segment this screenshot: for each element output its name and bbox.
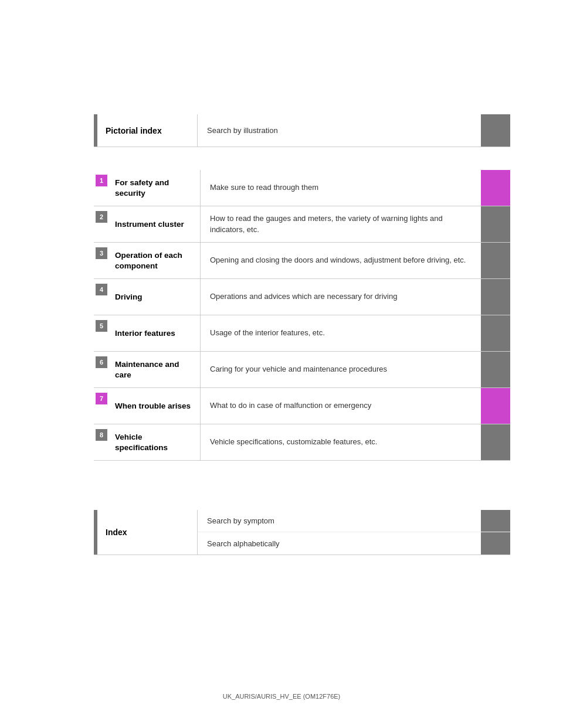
chapter-num-box-1: 1 xyxy=(96,175,107,186)
index-section: Index Search by symptom Search alphabeti… xyxy=(94,510,510,555)
chapter-color-box-2 xyxy=(481,206,510,242)
chapter-title-8: Vehicle specifications xyxy=(109,424,200,460)
chapter-num-box-6: 6 xyxy=(96,356,107,368)
chapter-title-5: Interior features xyxy=(109,315,200,351)
pictorial-row[interactable]: Pictorial index Search by illustration xyxy=(94,114,510,147)
index-outer-row: Index Search by symptom Search alphabeti… xyxy=(94,510,510,555)
chapter-row-3[interactable]: 3 Operation of each component Opening an… xyxy=(94,243,510,279)
index-sub-desc-2: Search alphabetically xyxy=(198,532,481,554)
chapter-row-2[interactable]: 2 Instrument cluster How to read the gau… xyxy=(94,206,510,243)
chapter-title-1: For safety and security xyxy=(109,170,200,206)
chapter-desc-1: Make sure to read through them xyxy=(201,170,481,206)
page-wrapper: Pictorial index Search by illustration 1… xyxy=(0,0,563,728)
chapter-num-box-8: 8 xyxy=(96,429,107,441)
chapter-desc-2: How to read the gauges and meters, the v… xyxy=(201,206,481,242)
chapter-desc-8: Vehicle specifications, customizable fea… xyxy=(201,424,481,460)
index-sub-row-2[interactable]: Search alphabetically xyxy=(198,532,510,554)
chapter-number-cell-3: 3 xyxy=(94,243,109,278)
index-label-cell: Index xyxy=(97,510,197,554)
chapter-row-6[interactable]: 6 Maintenance and care Caring for your v… xyxy=(94,352,510,388)
chapter-color-box-6 xyxy=(481,352,510,387)
chapter-num-box-2: 2 xyxy=(96,211,107,223)
chapter-number-cell-8: 8 xyxy=(94,424,109,460)
chapter-row-4[interactable]: 4 Driving Operations and advices which a… xyxy=(94,279,510,315)
chapter-color-box-1 xyxy=(481,170,510,206)
chapter-row-8[interactable]: 8 Vehicle specifications Vehicle specifi… xyxy=(94,424,510,461)
pictorial-label: Pictorial index xyxy=(106,126,162,135)
chapter-color-box-8 xyxy=(481,424,510,460)
chapter-number-cell-4: 4 xyxy=(94,279,109,315)
chapter-row-1[interactable]: 1 For safety and security Make sure to r… xyxy=(94,170,510,206)
index-label: Index xyxy=(106,528,127,537)
chapter-color-box-7 xyxy=(481,388,510,424)
chapter-desc-6: Caring for your vehicle and maintenance … xyxy=(201,352,481,387)
chapter-title-7: When trouble arises xyxy=(109,388,200,424)
index-sub-desc-1: Search by symptom xyxy=(198,510,481,532)
chapter-desc-5: Usage of the interior features, etc. xyxy=(201,315,481,351)
chapter-title-3: Operation of each component xyxy=(109,243,200,278)
chapter-num-box-3: 3 xyxy=(96,247,107,259)
footer-text: UK_AURIS/AURIS_HV_EE (OM12F76E) xyxy=(0,693,563,700)
pictorial-description: Search by illustration xyxy=(198,114,481,147)
chapter-desc-4: Operations and advices which are necessa… xyxy=(201,279,481,315)
pictorial-section: Pictorial index Search by illustration xyxy=(94,114,510,147)
chapter-number-cell-2: 2 xyxy=(94,206,109,242)
index-sub-row-1[interactable]: Search by symptom xyxy=(198,510,510,532)
index-rows-cell: Search by symptom Search alphabetically xyxy=(198,510,510,554)
chapter-number-cell-6: 6 xyxy=(94,352,109,387)
chapter-num-box-7: 7 xyxy=(96,393,107,404)
chapter-num-box-4: 4 xyxy=(96,284,107,295)
chapter-number-cell-5: 5 xyxy=(94,315,109,351)
pictorial-label-cell: Pictorial index xyxy=(97,114,197,147)
chapter-row-5[interactable]: 5 Interior features Usage of the interio… xyxy=(94,315,510,352)
chapter-desc-7: What to do in case of malfunction or eme… xyxy=(201,388,481,424)
chapter-num-box-5: 5 xyxy=(96,320,107,332)
pictorial-color-box xyxy=(481,114,510,147)
index-sub-box-2 xyxy=(481,532,510,554)
chapter-color-box-4 xyxy=(481,279,510,315)
chapters-section: 1 For safety and security Make sure to r… xyxy=(94,170,510,461)
chapter-number-cell-1: 1 xyxy=(94,170,109,206)
chapter-desc-3: Opening and closing the doors and window… xyxy=(201,243,481,278)
chapter-row-7[interactable]: 7 When trouble arises What to do in case… xyxy=(94,388,510,424)
index-sub-box-1 xyxy=(481,510,510,532)
chapter-color-box-3 xyxy=(481,243,510,278)
chapter-title-4: Driving xyxy=(109,279,200,315)
chapter-number-cell-7: 7 xyxy=(94,388,109,424)
chapter-title-6: Maintenance and care xyxy=(109,352,200,387)
chapter-color-box-5 xyxy=(481,315,510,351)
chapter-title-2: Instrument cluster xyxy=(109,206,200,242)
